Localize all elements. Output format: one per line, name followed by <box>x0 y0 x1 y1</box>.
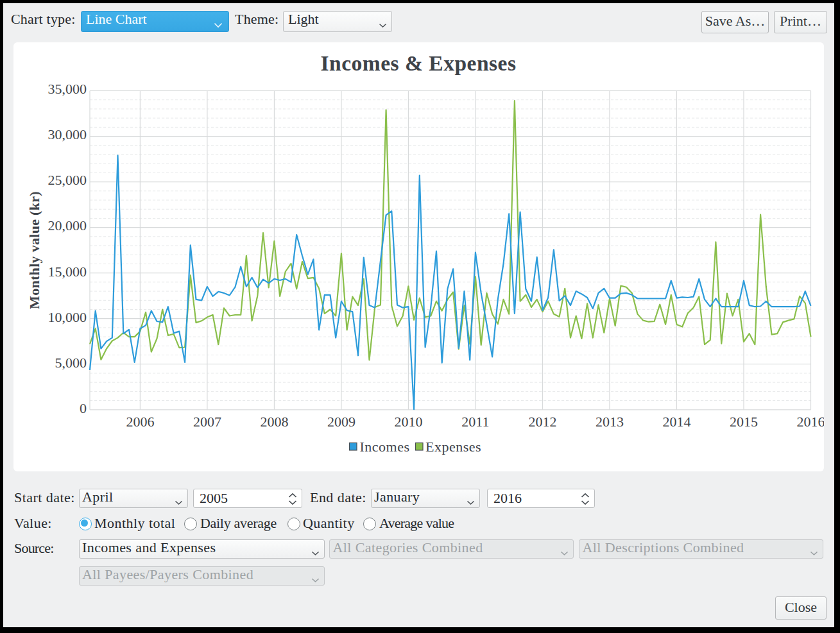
svg-text:2015: 2015 <box>730 414 758 430</box>
svg-text:2011: 2011 <box>461 414 489 430</box>
svg-text:15,000: 15,000 <box>48 264 87 280</box>
svg-text:2014: 2014 <box>663 414 691 430</box>
svg-text:2009: 2009 <box>327 414 356 430</box>
svg-text:30,000: 30,000 <box>48 126 87 142</box>
svg-text:Incomes: Incomes <box>360 439 410 455</box>
svg-text:35,000: 35,000 <box>48 81 87 97</box>
svg-text:2006: 2006 <box>126 414 154 430</box>
svg-text:25,000: 25,000 <box>48 172 87 188</box>
svg-text:10,000: 10,000 <box>48 309 87 325</box>
svg-text:2016: 2016 <box>797 414 825 430</box>
svg-text:0: 0 <box>80 400 87 416</box>
svg-text:Monthly value (kr): Monthly value (kr) <box>26 191 42 309</box>
svg-text:2012: 2012 <box>529 414 557 430</box>
svg-text:2007: 2007 <box>193 414 221 430</box>
svg-text:2013: 2013 <box>596 414 624 430</box>
svg-text:5,000: 5,000 <box>55 355 87 371</box>
svg-text:Incomes & Expenses: Incomes & Expenses <box>321 51 517 75</box>
svg-text:2008: 2008 <box>260 414 288 430</box>
svg-text:2010: 2010 <box>394 414 422 430</box>
svg-text:Expenses: Expenses <box>425 439 481 455</box>
svg-text:20,000: 20,000 <box>48 217 87 233</box>
